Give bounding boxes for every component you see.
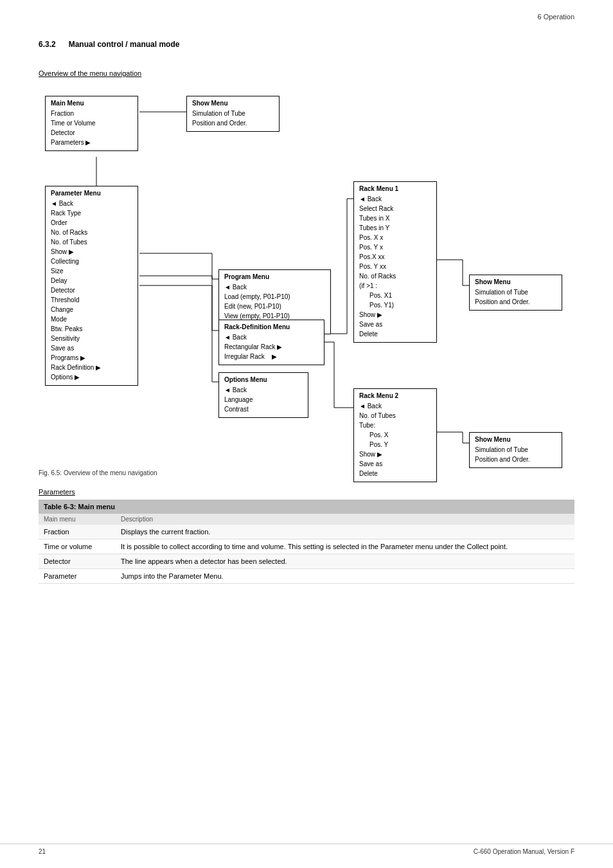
section-number: 6.3.2 — [39, 40, 56, 49]
footer-doc: C-660 Operation Manual, Version F — [474, 848, 574, 855]
col-header-desc: Description — [116, 514, 574, 525]
fig-caption: Fig. 6.5: Overview of the menu navigatio… — [39, 469, 574, 476]
show-menu-3-items: Simulation of Tube Position and Order. — [475, 445, 556, 464]
rack-menu-1-title: Rack Menu 1 — [359, 185, 431, 192]
rack-menu-2-title: Rack Menu 2 — [359, 392, 431, 399]
table-row: FractionDisplays the current fraction. — [39, 525, 574, 539]
table-cell-label: Time or volume — [39, 539, 116, 554]
program-menu-title: Program Menu — [224, 273, 325, 280]
table-cell-desc: Displays the current fraction. — [116, 525, 574, 539]
main-menu-items: Fraction Time or Volume Detector Paramet… — [51, 109, 132, 147]
table-header: Table 6-3: Main menu — [39, 500, 574, 514]
section-title: Manual control / manual mode — [69, 40, 180, 49]
table-cell-desc: It is possible to collect according to t… — [116, 539, 574, 554]
main-menu-title: Main Menu — [51, 100, 132, 107]
table-cell-label: Detector — [39, 554, 116, 569]
page-footer: 21 C-660 Operation Manual, Version F — [0, 844, 613, 855]
show-menu-2-box: Show Menu Simulation of Tube Position an… — [469, 275, 562, 311]
params-title: Parameters — [39, 488, 574, 496]
main-menu-box: Main Menu Fraction Time or Volume Detect… — [45, 96, 138, 151]
show-menu-2-items: Simulation of Tube Position and Order. — [475, 287, 556, 307]
parameter-menu-box: Parameter Menu ◄ Back Rack Type Order No… — [45, 186, 138, 386]
rack-menu-1-box: Rack Menu 1 ◄ Back Select Rack Tubes in … — [353, 181, 437, 343]
main-menu-table: Table 6-3: Main menu Main menu Descripti… — [39, 500, 574, 584]
rack-menu-2-items: ◄ Back No. of Tubes Tube: Pos. X Pos. Y … — [359, 401, 431, 478]
rack-definition-menu-title: Rack-Definition Menu — [224, 323, 319, 330]
table-row: DetectorThe line appears when a detector… — [39, 554, 574, 569]
header-label: 6 Operation — [538, 13, 574, 21]
table-row: Time or volumeIt is possible to collect … — [39, 539, 574, 554]
table-row: ParameterJumps into the Parameter Menu. — [39, 569, 574, 584]
show-menu-3-title: Show Menu — [475, 436, 556, 443]
rack-menu-1-items: ◄ Back Select Rack Tubes in X Tubes in Y… — [359, 194, 431, 339]
show-menu-1-items: Simulation of Tube Position and Order. — [192, 109, 274, 128]
parameter-menu-title: Parameter Menu — [51, 190, 132, 197]
rack-definition-menu-items: ◄ Back Rectangular Rack ▶ Irregular Rack… — [224, 332, 319, 361]
show-menu-2-title: Show Menu — [475, 278, 556, 285]
page-header: 6 Operation — [39, 13, 574, 21]
parameter-menu-items: ◄ Back Rack Type Order No. of Racks No. … — [51, 199, 132, 382]
footer-page: 21 — [39, 848, 46, 855]
options-menu-box: Options Menu ◄ Back Language Contrast — [218, 372, 308, 418]
overview-title: Overview of the menu navigation — [39, 69, 574, 77]
show-menu-1-box: Show Menu Simulation of Tube Position an… — [186, 96, 280, 132]
options-menu-title: Options Menu — [224, 376, 303, 383]
show-menu-3-box: Show Menu Simulation of Tube Position an… — [469, 432, 562, 468]
col-header-label: Main menu — [39, 514, 116, 525]
rack-definition-menu-box: Rack-Definition Menu ◄ Back Rectangular … — [218, 320, 324, 365]
table-cell-label: Fraction — [39, 525, 116, 539]
options-menu-items: ◄ Back Language Contrast — [224, 385, 303, 414]
table-cell-desc: The line appears when a detector has bee… — [116, 554, 574, 569]
table-cell-desc: Jumps into the Parameter Menu. — [116, 569, 574, 584]
show-menu-1-title: Show Menu — [192, 100, 274, 107]
table-cell-label: Parameter — [39, 569, 116, 584]
diagram-container: Main Menu Fraction Time or Volume Detect… — [39, 86, 565, 459]
rack-menu-2-box: Rack Menu 2 ◄ Back No. of Tubes Tube: Po… — [353, 388, 437, 482]
